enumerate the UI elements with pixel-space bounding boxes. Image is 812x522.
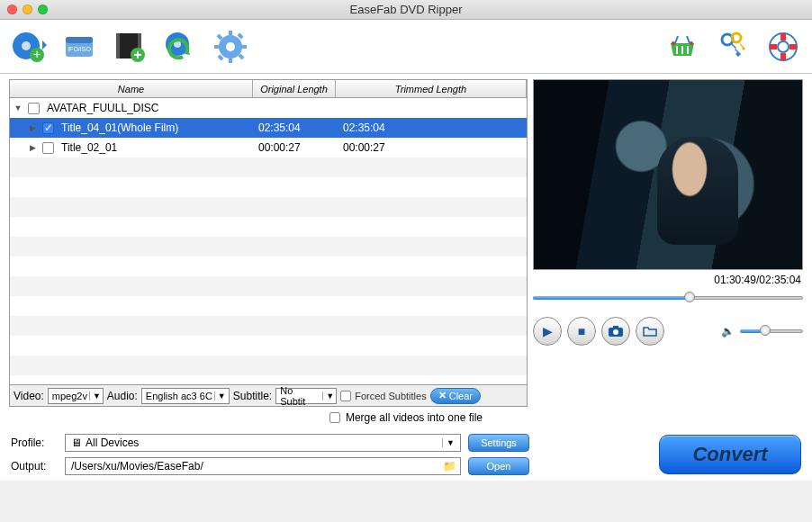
disc-row[interactable]: ▼ AVATAR_FUULL_DISC [10,98,527,118]
open-output-button[interactable]: Open [468,457,529,475]
table-header: Name Original Length Trimmed Length [10,80,527,98]
load-dvd-icon[interactable]: + [9,27,49,67]
chevron-down-icon: ▼ [442,438,458,447]
titlebar: EaseFab DVD Ripper [0,0,812,20]
clear-x-icon: ✕ [438,390,447,401]
folder-open-icon [643,326,657,337]
svg-rect-5 [66,37,93,43]
title-row[interactable]: ▶ Title_02_01 00:00:27 00:00:27 [10,138,527,158]
register-keys-icon[interactable] [713,27,753,67]
window-title: EaseFab DVD Ripper [0,3,812,16]
svg-point-24 [690,41,693,45]
checkbox[interactable] [42,142,54,154]
seek-slider[interactable] [533,292,803,304]
svg-point-33 [613,329,618,335]
disc-name: AVATAR_FUULL_DISC [47,102,158,114]
svg-point-29 [732,33,741,42]
play-button[interactable]: ▶ [533,317,562,346]
convert-button[interactable]: Convert [659,435,801,474]
video-select[interactable]: mpeg2v▼ [48,388,104,404]
speaker-icon[interactable]: 🔈 [721,325,735,338]
shop-basket-icon[interactable] [663,27,702,67]
merge-checkbox[interactable] [329,412,340,423]
output-path-field[interactable]: /Users/xu/Movies/EaseFab/ 📁 [65,457,461,475]
title-list-pane: Name Original Length Trimmed Length ▼ AV… [9,79,528,407]
subtitle-label: Subtitle: [233,390,272,402]
snapshot-button[interactable] [601,317,630,346]
video-label: Video: [14,390,44,402]
svg-rect-26 [681,46,683,54]
clear-button[interactable]: ✕ Clear [430,388,481,404]
col-original-length[interactable]: Original Length [253,80,336,97]
output-label: Output: [11,460,65,472]
forced-subtitles-checkbox[interactable]: Forced Subtitles [340,391,426,401]
settings-gear-icon[interactable] [211,27,250,67]
ifo-iso-icon[interactable]: IFO/ISO [59,27,99,67]
merge-row: Merge all videos into one file [0,407,812,428]
title-name: Title_02_01 [61,141,117,154]
checkbox[interactable] [28,103,40,114]
svg-text:IFO/ISO: IFO/ISO [68,46,91,52]
svg-point-31 [778,41,789,52]
svg-rect-18 [241,45,247,49]
original-length: 02:35:04 [253,122,336,134]
minimize-window[interactable] [23,4,32,14]
svg-rect-25 [676,46,678,54]
svg-rect-15 [229,31,232,36]
audio-label: Audio: [107,390,138,402]
stop-button[interactable]: ■ [567,317,596,346]
time-display: 01:30:49/02:35:04 [533,270,803,288]
disclosure-closed-icon[interactable]: ▶ [26,143,39,152]
trimmed-length: 00:00:27 [336,141,527,154]
trimmed-length: 02:35:04 [336,122,527,134]
refresh-icon[interactable] [160,27,200,67]
col-trimmed-length[interactable]: Trimmed Length [336,80,527,97]
footer: Profile: 🖥 All Devices ▼ Settings Conver… [0,428,812,481]
svg-point-14 [226,42,235,51]
checkbox[interactable]: ✓ [42,122,54,134]
devices-icon: 🖥 [71,436,82,449]
title-row[interactable]: ▶ ✓ Title_04_01(Whole Film) 02:35:04 02:… [10,118,527,138]
profile-select[interactable]: 🖥 All Devices ▼ [65,434,461,452]
original-length: 00:00:27 [253,141,336,154]
profile-label: Profile: [11,436,65,449]
audio-select[interactable]: English ac3 6C▼ [141,388,230,404]
preview-pane: 01:30:49/02:35:04 ▶ ■ 🔈 [533,79,803,407]
settings-button[interactable]: Settings [468,434,529,452]
disclosure-open-icon[interactable]: ▼ [12,104,24,112]
col-name[interactable]: Name [10,80,253,97]
video-preview[interactable] [533,79,803,270]
main-toolbar: + IFO/ISO [0,20,812,74]
svg-point-1 [22,41,31,50]
svg-rect-34 [613,326,618,328]
svg-rect-27 [687,46,689,54]
disclosure-closed-icon[interactable]: ▶ [26,123,39,132]
svg-rect-17 [214,45,220,49]
help-lifering-icon[interactable] [763,27,803,67]
open-folder-button[interactable] [636,317,664,346]
svg-text:+: + [33,47,41,61]
svg-rect-8 [116,33,120,58]
track-options-bar: Video: mpeg2v▼ Audio: English ac3 6C▼ Su… [10,384,527,406]
title-name: Title_04_01(Whole Film) [61,122,178,134]
zoom-window[interactable] [38,4,48,14]
add-video-icon[interactable] [110,27,149,67]
subtitle-select[interactable]: No Subtit▼ [275,388,337,404]
svg-rect-16 [229,58,232,63]
merge-label: Merge all videos into one file [346,411,483,424]
volume-slider[interactable] [740,325,803,338]
svg-point-23 [672,41,675,45]
folder-icon[interactable]: 📁 [443,460,456,472]
table-body: ▼ AVATAR_FUULL_DISC ▶ ✓ Title_04_01(Whol… [10,98,527,384]
close-window[interactable] [7,4,17,14]
camera-icon [609,326,623,337]
